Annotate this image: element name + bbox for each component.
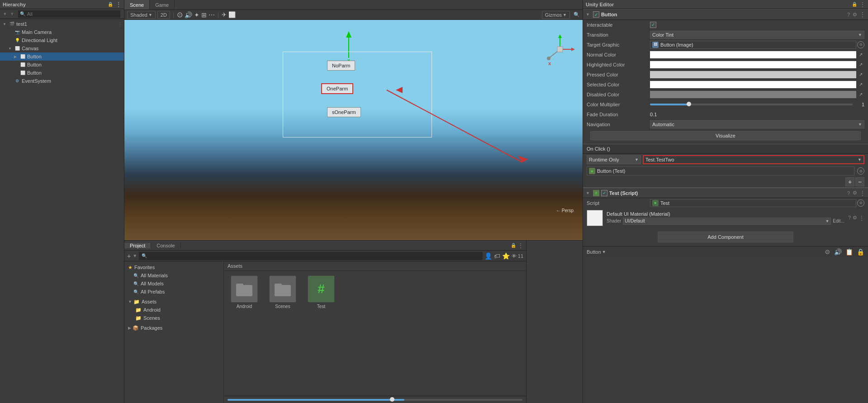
scene-tool-grid[interactable]: ⊞ — [201, 11, 207, 19]
target-graphic-target-btn[interactable]: ⊙ — [857, 41, 864, 48]
tree-item-event-system[interactable]: ▶ ⚙ EventSystem — [0, 77, 124, 85]
tree-item-canvas[interactable]: ▼ ⬜ Canvas — [0, 44, 124, 52]
onclick-object-field[interactable]: ■ Button (Test) — [587, 166, 854, 175]
hierarchy-more-icon[interactable]: ⋮ — [116, 1, 121, 8]
tree-item-button3[interactable]: ▶ ⬜ Button — [0, 69, 124, 77]
visualize-btn[interactable]: Visualize — [590, 131, 861, 140]
tree-item-button2[interactable]: ▶ ⬜ Button — [0, 61, 124, 69]
highlighted-color-field[interactable] — [650, 61, 856, 68]
script-enabled-checkbox[interactable] — [601, 190, 607, 196]
scene-tool-more[interactable]: ⋯ — [209, 11, 215, 19]
button-expand-arrow[interactable]: ▼ — [586, 12, 590, 17]
footer-icon3[interactable]: 📋 — [845, 248, 853, 256]
tab-scene[interactable]: Scene — [124, 0, 150, 9]
disabled-color-field[interactable] — [650, 91, 856, 98]
scene-tool-persp[interactable]: ⊙ — [177, 10, 183, 19]
minus-btn[interactable]: − — [855, 177, 864, 186]
material-more-icon[interactable]: ⋮ — [859, 215, 864, 221]
assets-header[interactable]: ▼ 📁 Assets — [124, 298, 223, 306]
plus-btn[interactable]: + — [845, 177, 854, 186]
all-models-item[interactable]: 🔍 All Models — [124, 280, 223, 288]
scene-tool-rect[interactable]: ⬜ — [228, 11, 236, 18]
script-help-icon[interactable]: ? — [847, 190, 850, 196]
scenes-item[interactable]: 📁 Scenes — [124, 314, 223, 322]
add-component-btn[interactable]: Add Component — [658, 232, 793, 242]
project-more-icon[interactable]: ⋮ — [518, 242, 523, 249]
scene-tool-move[interactable]: ✈ — [222, 11, 227, 18]
material-settings-icon[interactable]: ⚙ — [853, 215, 857, 221]
project-tool3[interactable]: ⭐ — [502, 252, 510, 260]
gizmos-search[interactable]: 🔍 — [574, 12, 580, 18]
selected-color-field[interactable] — [650, 81, 856, 88]
android-item[interactable]: 📁 Android — [124, 306, 223, 314]
pressed-color-pick[interactable]: ↗ — [857, 71, 864, 78]
all-materials-item[interactable]: 🔍 All Materials — [124, 271, 223, 280]
tree-item-directional-light[interactable]: ▶ 💡 Directional Light — [0, 36, 124, 44]
inspector-more-icon[interactable]: ⋮ — [860, 1, 865, 8]
selected-color-pick[interactable]: ↗ — [857, 81, 864, 88]
script-target-btn[interactable]: ⊙ — [857, 199, 864, 207]
tab-console[interactable]: Console — [151, 243, 180, 248]
script-settings-icon[interactable]: ⚙ — [853, 190, 857, 196]
hierarchy-add-btn[interactable]: + — [2, 11, 8, 16]
material-help-icon[interactable]: ? — [848, 215, 851, 220]
tree-item-main-camera[interactable]: ▶ 📷 Main Camera — [0, 28, 124, 36]
scene-node-soneparm[interactable]: sOneParm — [327, 107, 361, 117]
hierarchy-lock-icon[interactable]: 🔒 — [108, 2, 113, 7]
project-dropdown-btn[interactable]: ▼ — [133, 253, 137, 258]
scene-tool-fx[interactable]: ✦ — [194, 11, 199, 19]
highlighted-color-pick[interactable]: ↗ — [857, 61, 864, 68]
tab-game[interactable]: Game — [150, 0, 175, 9]
onclick-runtime-dropdown[interactable]: Runtime Only ▼ — [587, 155, 641, 164]
footer-icon4[interactable]: 🔒 — [857, 248, 864, 256]
tree-item-test1[interactable]: ▼ 🎬 test1 ⋮ — [0, 20, 124, 28]
onclick-target-btn[interactable]: ⊙ — [857, 167, 864, 175]
project-add-btn[interactable]: + — [127, 252, 131, 260]
transition-dropdown[interactable]: Color Tint ▼ — [650, 31, 864, 39]
color-mult-thumb[interactable] — [687, 102, 691, 106]
mode-btn[interactable]: 2D — [157, 11, 170, 19]
project-search-input[interactable] — [147, 253, 480, 259]
normal-color-pick[interactable]: ↗ — [857, 51, 864, 58]
script-more-icon[interactable]: ⋮ — [860, 190, 865, 196]
color-multiplier-slider[interactable]: 1 — [650, 102, 864, 107]
interactable-checkbox[interactable] — [650, 22, 656, 28]
scene-node-oneparm[interactable]: OneParm — [321, 83, 353, 94]
packages-header[interactable]: ▶ 📦 Packages — [124, 324, 223, 332]
project-tool4[interactable]: 👁 11 — [512, 253, 523, 259]
gizmos-btn[interactable]: Gizmos ▼ — [542, 11, 570, 19]
project-tool2[interactable]: 🏷 — [494, 252, 500, 260]
normal-color-field[interactable] — [650, 51, 856, 58]
button-enabled-checkbox[interactable] — [593, 11, 599, 18]
onclick-function-dropdown[interactable]: Test.TestTwo ▼ — [643, 155, 864, 164]
scene-node-noparm[interactable]: NoParm — [327, 61, 355, 71]
footer-icon1[interactable]: ⚙ — [825, 248, 830, 256]
script-object-field[interactable]: ■ Test — [650, 199, 856, 207]
tree-item-button1[interactable]: ▶ ⬜ Button — [0, 52, 124, 61]
script-expand-arrow[interactable]: ▼ — [586, 191, 590, 195]
color-mult-track[interactable] — [650, 104, 853, 105]
project-tool1[interactable]: 👤 — [484, 252, 492, 260]
navigation-dropdown[interactable]: Automatic ▼ — [650, 120, 864, 128]
disabled-color-pick[interactable]: ↗ — [857, 91, 864, 98]
footer-icon2[interactable]: 🔊 — [834, 248, 842, 256]
tab-project[interactable]: Project — [124, 243, 151, 248]
button-help-icon[interactable]: ? — [847, 12, 850, 17]
material-thumb[interactable] — [587, 210, 603, 226]
asset-item-android[interactable]: Android — [228, 275, 260, 309]
edit-shader-btn[interactable]: Edit... — [833, 218, 844, 223]
zoom-slider-thumb[interactable] — [390, 397, 394, 402]
test1-dots[interactable]: ⋮ — [118, 22, 122, 27]
favorites-header[interactable]: ★ Favorites — [124, 263, 223, 271]
shader-dropdown[interactable]: UI/Default ▼ — [623, 218, 831, 225]
button-settings-icon[interactable]: ⚙ — [853, 12, 857, 18]
hierarchy-search-input[interactable] — [25, 10, 119, 18]
inspector-lock-icon[interactable]: 🔒 — [852, 2, 857, 7]
asset-item-test[interactable]: # Test — [305, 275, 337, 309]
shading-btn[interactable]: Shaded ▼ — [127, 11, 156, 19]
zoom-slider-track[interactable] — [228, 399, 522, 401]
scene-tool-audio[interactable]: 🔊 — [185, 11, 192, 19]
project-lock-icon[interactable]: 🔒 — [511, 243, 516, 248]
target-graphic-field[interactable]: 🖼 Button (Image) — [650, 41, 856, 49]
button-more-icon[interactable]: ⋮ — [860, 11, 865, 18]
